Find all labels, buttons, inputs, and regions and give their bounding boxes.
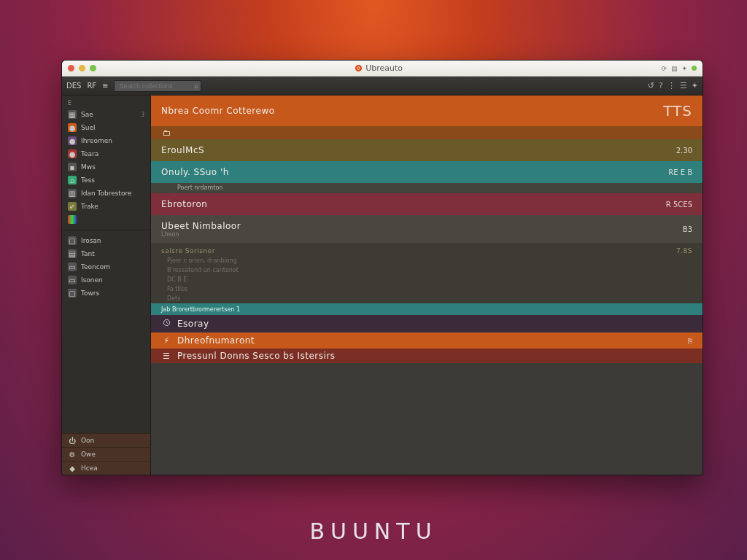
row-title: Pressunl Donns Sesco bs Istersirs bbox=[177, 351, 336, 361]
sidebar-item-icon: ▭ bbox=[68, 276, 77, 284]
row-title: Esoray bbox=[177, 319, 209, 329]
sidebar-item[interactable]: ▥Idan Tobrestore bbox=[62, 187, 150, 200]
titlebar: Ubreauto ⟳ ▤ ✦ bbox=[62, 61, 703, 77]
detail-line: Fa tllse bbox=[151, 284, 703, 294]
sidebar-item-icon: ▥ bbox=[68, 189, 77, 198]
detail-line: DC B E bbox=[151, 275, 703, 284]
toolbar-icon[interactable]: ? bbox=[659, 81, 663, 90]
sidebar-item-icon: ▦ bbox=[68, 110, 77, 119]
folder-icon: 🗀 bbox=[161, 128, 171, 138]
header-sub: 🗀 bbox=[151, 126, 703, 139]
sidebar-item[interactable]: ▭Teoncom bbox=[62, 260, 150, 273]
sidebar-item-icon: ● bbox=[68, 149, 77, 158]
sidebar-item-label: Teoncom bbox=[81, 263, 110, 271]
tray-icon[interactable]: ▤ bbox=[671, 65, 678, 72]
sidebar-item[interactable]: ●Ihreomen bbox=[62, 134, 150, 147]
header-badge: TTS bbox=[663, 102, 692, 120]
menu-item[interactable]: RF bbox=[87, 82, 96, 90]
menu-item[interactable]: ≡ bbox=[102, 82, 108, 90]
sidebar-item-icon: ▤ bbox=[68, 249, 77, 258]
row-title: Onuly. SSuo 'h bbox=[161, 167, 229, 177]
sidebar-item-icon: ▢ bbox=[68, 236, 77, 245]
detail-block: salsre Sorisner 7.8S Pjoer c orien, dran… bbox=[151, 243, 703, 303]
app-window: Ubreauto ⟳ ▤ ✦ DES RF ≡ ⌕ ↺ ? ⋮ ☰ ✦ E bbox=[61, 60, 703, 475]
sidebar-item-label: Idan Tobrestore bbox=[81, 190, 131, 197]
sidebar-heading: E bbox=[62, 97, 150, 108]
list-row[interactable]: Ubeet Nimbaloor Lheon B3 bbox=[151, 215, 703, 243]
status-strip[interactable]: Jab Brorertbrormerertsen 1 bbox=[151, 303, 703, 315]
list-row[interactable]: Esoray bbox=[151, 315, 703, 332]
row-subtitle: Lheon bbox=[161, 231, 241, 238]
sidebar-item-label: Suel bbox=[81, 124, 95, 131]
window-close-button[interactable] bbox=[68, 65, 74, 71]
sidebar-item-tag: 3 bbox=[141, 112, 144, 118]
sidebar-item-icon: ✔ bbox=[68, 202, 77, 211]
detail-line: B'ressatend un cantonot bbox=[151, 265, 703, 275]
ubuntu-logo-icon bbox=[355, 64, 363, 72]
row-title: Ubeet Nimbaloor bbox=[161, 221, 241, 231]
row-meta: 2.30 bbox=[676, 147, 692, 155]
list-row[interactable]: Ebrotoron R 5CES bbox=[151, 193, 703, 215]
row-title: EroulMcS bbox=[161, 145, 204, 155]
list-icon: ☰ bbox=[161, 351, 171, 361]
sidebar-item[interactable]: ⏻Oon bbox=[62, 433, 150, 447]
sidebar-item-icon: ● bbox=[68, 123, 77, 132]
sidebar: E ▦Sae3●Suel●Ihreomen●Teara▪Mws⌂Tess▥Ida… bbox=[62, 96, 151, 475]
toolbar-icon[interactable]: ⋮ bbox=[667, 81, 676, 90]
row-meta: R 5CES bbox=[666, 201, 692, 209]
status-led-icon bbox=[692, 66, 697, 71]
export-icon[interactable]: ⎘ bbox=[688, 337, 692, 345]
row-title: Ebrotoron bbox=[161, 199, 207, 209]
sidebar-item-label: Teara bbox=[81, 150, 98, 158]
sidebar-item-label: Tant bbox=[81, 250, 95, 257]
sidebar-item[interactable]: ●Suel bbox=[62, 121, 150, 134]
sidebar-item-icon: ▪ bbox=[68, 163, 77, 171]
sidebar-item-label: Mws bbox=[81, 163, 96, 171]
list-row[interactable]: EroulMcS 2.30 bbox=[151, 139, 703, 161]
sidebar-item[interactable]: ▢Towrs bbox=[62, 287, 150, 300]
window-minimize-button[interactable] bbox=[79, 65, 85, 71]
sidebar-item[interactable]: ▪Mws bbox=[62, 160, 150, 174]
sidebar-item[interactable] bbox=[62, 213, 150, 226]
tray-icon[interactable]: ⟳ bbox=[661, 65, 667, 72]
detail-line: Pjoer c orien, dranbiong bbox=[151, 256, 703, 265]
sidebar-item[interactable]: ▢Irosan bbox=[62, 234, 150, 247]
sidebar-item[interactable]: ⚙Owe bbox=[62, 447, 150, 461]
sidebar-item[interactable]: ▦Sae3 bbox=[62, 108, 150, 121]
sidebar-item-label: Sae bbox=[81, 111, 93, 118]
main-panel: Nbrea Coomr Cotterewo TTS 🗀 EroulMcS 2.3… bbox=[151, 96, 703, 475]
detail-line: Dets bbox=[151, 294, 703, 303]
toolbar-icon[interactable]: ↺ bbox=[648, 81, 654, 90]
list-row[interactable]: Onuly. SSuo 'h RE E B bbox=[151, 161, 703, 183]
sidebar-item-icon: ◆ bbox=[68, 464, 77, 472]
sidebar-item-label: Trake bbox=[81, 203, 98, 210]
sidebar-item-icon: ● bbox=[68, 136, 77, 145]
search-input[interactable] bbox=[114, 80, 201, 92]
header-row[interactable]: Nbrea Coomr Cotterewo TTS bbox=[151, 96, 703, 126]
search-icon: ⌕ bbox=[194, 82, 198, 90]
row-meta: RE E B bbox=[668, 168, 692, 176]
menu-item[interactable]: DES bbox=[66, 82, 81, 90]
row-title: Dhreofnumaront bbox=[177, 335, 255, 346]
sidebar-item[interactable]: ✔Trake bbox=[62, 200, 150, 213]
toolbar-icon[interactable]: ☰ bbox=[680, 81, 687, 90]
sidebar-item-label: Tess bbox=[81, 176, 95, 184]
row-meta: B3 bbox=[683, 225, 692, 233]
sidebar-item[interactable]: ●Teara bbox=[62, 147, 150, 160]
sidebar-item-icon: ⌂ bbox=[68, 176, 77, 184]
sidebar-item-label: Oon bbox=[81, 437, 94, 444]
sidebar-item[interactable]: ▭Isonen bbox=[62, 273, 150, 287]
svg-point-0 bbox=[355, 65, 362, 71]
sidebar-item[interactable]: ◆Hcea bbox=[62, 461, 150, 475]
sidebar-item[interactable]: ⌂Tess bbox=[62, 174, 150, 187]
toolbar-icon[interactable]: ✦ bbox=[692, 81, 698, 90]
window-maximize-button[interactable] bbox=[90, 65, 96, 71]
list-row[interactable]: ⚡ Dhreofnumaront ⎘ bbox=[151, 332, 703, 349]
sidebar-item-icon: ⏻ bbox=[68, 436, 77, 445]
menubar: DES RF ≡ ⌕ ↺ ? ⋮ ☰ ✦ bbox=[62, 77, 703, 96]
tray-icon[interactable]: ✦ bbox=[681, 65, 687, 72]
sidebar-item[interactable]: ▤Tant bbox=[62, 247, 150, 260]
footer-row[interactable]: ☰ Pressunl Donns Sesco bs Istersirs bbox=[151, 349, 703, 363]
sidebar-item-label: Irosan bbox=[81, 237, 101, 244]
sidebar-item-label: Isonen bbox=[81, 276, 103, 284]
